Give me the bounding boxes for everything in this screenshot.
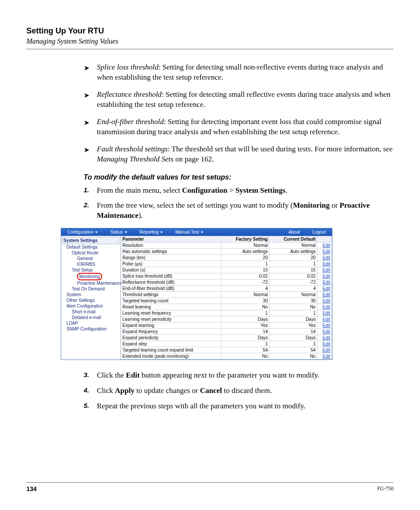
cell-param: Extended mode (peak monitoring) xyxy=(121,353,221,360)
edit-link[interactable]: Edit xyxy=(323,305,330,309)
table-row: Expand step11Edit xyxy=(121,341,332,347)
steps-bottom: 3.Click the Edit button appearing next t… xyxy=(84,371,394,411)
edit-link[interactable]: Edit xyxy=(323,335,330,340)
edit-link[interactable]: Edit xyxy=(323,323,330,328)
tree-node[interactable]: IOR/RBS xyxy=(62,261,119,267)
chevron-down-icon xyxy=(95,231,98,233)
cell-current: 1 xyxy=(269,341,317,347)
edit-link[interactable]: Edit xyxy=(323,268,330,272)
page-number: 134 xyxy=(26,485,37,492)
tree-node[interactable]: LDAP xyxy=(62,320,119,326)
procedure-heading: To modify the default values for test se… xyxy=(84,173,394,181)
tree-node[interactable]: Optical Route xyxy=(62,250,119,256)
col-parameter: Parameter xyxy=(121,236,221,242)
cell-factory: 14 xyxy=(221,329,269,335)
table-row: Learning reset periodicityDaysDaysEdit xyxy=(121,316,332,323)
cell-factory: 4 xyxy=(221,286,269,292)
menu-logout[interactable]: Logout xyxy=(306,230,332,235)
cell-factory: 1 xyxy=(221,341,269,347)
tree-node[interactable]: Monitoring xyxy=(62,273,119,280)
cell-factory: Normal xyxy=(221,242,269,249)
bullet-item: ➤End-of-fiber threshold: Setting for det… xyxy=(84,117,394,137)
tree-node[interactable]: SNMP Configuration xyxy=(62,326,119,332)
tree-node[interactable]: Proactive Maintenance xyxy=(62,280,119,286)
tree-view: System Settings Default SettingsOptical … xyxy=(61,236,121,360)
tree-node[interactable]: System xyxy=(62,292,119,297)
col-edit xyxy=(317,236,332,242)
step-item: 3.Click the Edit button appearing next t… xyxy=(84,371,394,381)
tree-node[interactable]: Detailed e-mail xyxy=(62,315,119,320)
edit-link[interactable]: Edit xyxy=(323,348,330,352)
bullet-list: ➤Splice loss threshold: Setting for dete… xyxy=(84,62,394,165)
chevron-down-icon xyxy=(201,231,203,233)
col-factory: Factory Setting xyxy=(221,236,269,242)
tree-node[interactable]: Other Settings xyxy=(62,297,119,303)
cell-param: Learning reset frequency xyxy=(121,310,221,316)
edit-link[interactable]: Edit xyxy=(323,255,330,260)
edit-link[interactable]: Edit xyxy=(323,354,330,359)
table-row: Reflectance threshold (dB)-72-72Edit xyxy=(121,279,332,286)
edit-link[interactable]: Edit xyxy=(323,341,330,346)
tree-node[interactable]: Short e-mail xyxy=(62,309,119,315)
section-subtitle: Managing System Setting Values xyxy=(26,37,394,45)
chevron-down-icon xyxy=(160,231,163,233)
cell-current: 30 xyxy=(269,298,317,304)
cell-current: Days xyxy=(269,335,317,341)
arrow-icon: ➤ xyxy=(84,118,89,128)
tree-node[interactable]: Default Settings xyxy=(62,244,119,250)
table-row: Has automatic settingsAuto settingsAuto … xyxy=(121,249,332,255)
cell-param: Pulse (µs) xyxy=(121,261,221,267)
edit-link[interactable]: Edit xyxy=(323,261,330,266)
arrow-icon: ➤ xyxy=(84,63,89,73)
edit-link[interactable]: Edit xyxy=(323,280,330,285)
cell-param: Threshold settings xyxy=(121,292,221,298)
table-row: Threshold settingsNormalNormalEdit xyxy=(121,292,332,298)
edit-link[interactable]: Edit xyxy=(323,329,330,334)
tree-node[interactable]: Alert Configuration xyxy=(62,303,119,309)
table-row: ResolutionNormalNormalEdit xyxy=(121,242,332,249)
cell-factory: Auto settings xyxy=(221,249,269,255)
menu-manual-test[interactable]: Manual Test xyxy=(169,230,210,235)
edit-link[interactable]: Edit xyxy=(323,286,330,291)
bullet-item: ➤Fault threshold settings: The threshold… xyxy=(84,144,394,165)
menu-about[interactable]: About xyxy=(282,230,306,235)
cell-current: No xyxy=(269,304,317,310)
cell-param: End-of-fiber threshold (dB) xyxy=(121,286,221,292)
tree-node[interactable]: Test Setup xyxy=(62,267,119,273)
cell-factory: 1 xyxy=(221,310,269,316)
cell-current: Yes xyxy=(269,323,317,329)
edit-link[interactable]: Edit xyxy=(323,298,330,303)
tree-node[interactable]: Test On Demand xyxy=(62,286,119,292)
cell-param: Expand periodicity xyxy=(121,335,221,341)
table-row: End-of-fiber threshold (dB)44Edit xyxy=(121,286,332,292)
cell-param: Targeted learning count xyxy=(121,298,221,304)
arrow-icon: ➤ xyxy=(84,145,89,155)
edit-link[interactable]: Edit xyxy=(323,317,330,322)
cell-param: Reflectance threshold (dB) xyxy=(121,279,221,286)
cell-param: Expand step xyxy=(121,341,221,347)
edit-link[interactable]: Edit xyxy=(323,274,330,279)
table-row: Duration (s)1515Edit xyxy=(121,267,332,273)
bullet-item: ➤Splice loss threshold: Setting for dete… xyxy=(84,62,394,83)
menu-reporting[interactable]: Reporting xyxy=(133,230,169,235)
menu-configuration[interactable]: Configuration xyxy=(61,230,104,235)
edit-link[interactable]: Edit xyxy=(323,292,330,297)
cell-factory: No xyxy=(221,304,269,310)
menu-status[interactable]: Status xyxy=(104,230,133,235)
tree-root[interactable]: System Settings xyxy=(62,237,119,244)
cell-param: Duration (s) xyxy=(121,267,221,273)
edit-link[interactable]: Edit xyxy=(323,311,330,316)
cell-param: Splice loss threshold (dB) xyxy=(121,273,221,279)
bullet-item: ➤Reflectance threshold: Setting for dete… xyxy=(84,90,394,110)
cell-current: Normal xyxy=(269,242,317,249)
edit-link[interactable]: Edit xyxy=(323,249,330,254)
menubar: Configuration Status Reporting Manual Te… xyxy=(61,228,332,236)
cell-current: 14 xyxy=(269,329,317,335)
cell-factory: 54 xyxy=(221,347,269,353)
cell-current: 1 xyxy=(269,261,317,267)
cell-current: Normal xyxy=(269,292,317,298)
tree-node[interactable]: General xyxy=(62,256,119,261)
arrow-icon: ➤ xyxy=(84,91,89,100)
edit-link[interactable]: Edit xyxy=(323,243,330,248)
cell-current: -72 xyxy=(269,279,317,286)
